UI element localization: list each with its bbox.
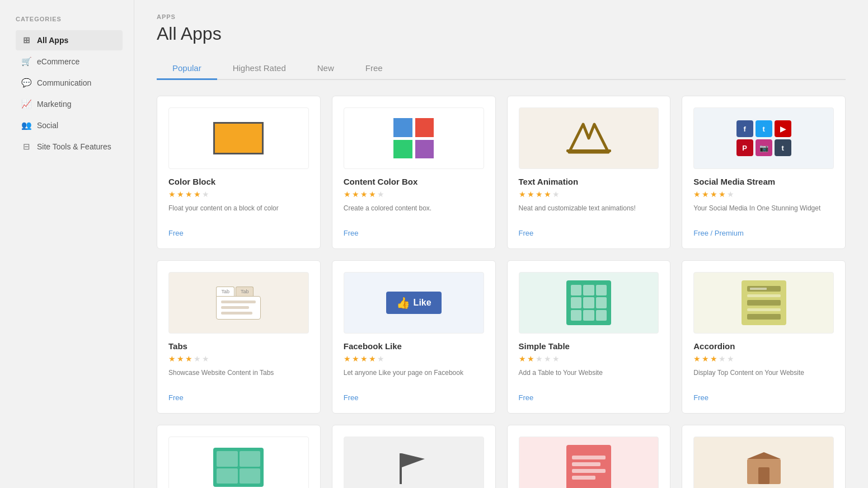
sidebar-icon-all-apps: ⊞ [21,35,31,45]
star-rating: ★★★★★ [168,190,309,199]
sidebar-nav: ⊞ All Apps 🛒 eCommerce 💬 Communication 📈… [16,30,123,157]
filled-star: ★ [702,354,709,363]
filled-star: ★ [360,190,368,199]
app-price-accordion: Free [693,393,834,402]
star-rating: ★★★★★ [168,354,309,363]
app-desc-social-media-stream: Your Social Media In One Stunning Widget [693,203,834,223]
tab-new[interactable]: New [302,58,350,80]
app-desc-content-color-box: Create a colored content box. [344,203,484,223]
filled-star: ★ [352,190,359,199]
app-card-social-media-stream[interactable]: f t ▶ P 📷 t Social Media Stream ★★★★★ Yo… [682,96,846,249]
app-card-flag[interactable]: Flag Widget ★★★★★ Show your flag or coun… [332,425,496,488]
app-desc-accordion: Display Top Content on Your Website [693,368,834,388]
app-icon-text-anim [519,107,659,169]
sidebar-label-all-apps: All Apps [37,36,68,45]
app-icon-simple-table [519,272,659,334]
app-card-wix-blog[interactable]: Wix Blog ★★★★★ Create and manage your bl… [157,425,321,488]
sidebar-item-social[interactable]: 👥 Social [16,115,123,135]
star-rating: ★★★★★ [693,190,834,199]
sidebar-item-communication[interactable]: 💬 Communication [16,73,123,93]
app-icon-box [693,437,834,488]
sidebar-item-all-apps[interactable]: ⊞ All Apps [16,30,123,50]
filled-star: ★ [352,354,359,363]
filled-star: ★ [519,190,526,199]
app-name-accordion: Accordion [693,341,834,351]
app-desc-color-block: Float your content on a block of color [168,203,309,223]
filled-star: ★ [185,190,193,199]
tab-highest-rated[interactable]: Highest Rated [217,58,302,80]
app-icon-text-list [519,437,659,488]
empty-star: ★ [202,190,209,199]
app-desc-tabs: Showcase Website Content in Tabs [168,368,309,388]
app-name-simple-table: Simple Table [519,341,659,351]
tab-free[interactable]: Free [350,58,398,80]
svg-rect-1 [566,149,611,152]
sidebar-icon-site-tools: ⊟ [21,142,31,152]
app-name-color-block: Color Block [168,177,309,186]
app-card-box-widget[interactable]: Box Widget ★★★★★ Add a stylish box to yo… [682,425,846,488]
empty-star: ★ [552,354,560,363]
filled-star: ★ [719,190,726,199]
app-icon-social-stream: f t ▶ P 📷 t [693,107,834,169]
app-card-tabs[interactable]: Tab Tab Tabs ★★★★★ Showcase Website Cont… [157,260,321,414]
app-name-tabs: Tabs [168,341,309,351]
app-card-text-animation[interactable]: Text Animation ★★★★★ Neat and customizab… [507,96,671,249]
svg-rect-5 [758,467,770,484]
star-rating: ★★★★★ [344,190,484,199]
empty-star: ★ [719,354,726,363]
empty-star: ★ [552,190,560,199]
filled-star: ★ [536,190,543,199]
app-name-facebook-like: Facebook Like [344,341,484,351]
app-card-simple-table[interactable]: Simple Table ★★★★★ Add a Table to Your W… [507,260,671,414]
filled-star: ★ [177,190,184,199]
sidebar-item-ecommerce[interactable]: 🛒 eCommerce [16,51,123,72]
sidebar-icon-ecommerce: 🛒 [21,57,31,67]
sidebar-icon-communication: 💬 [21,78,31,88]
star-rating: ★★★★★ [344,354,484,363]
empty-star: ★ [194,354,201,363]
svg-rect-2 [400,453,402,484]
filled-star: ★ [344,354,351,363]
apps-label: APPS [157,13,846,20]
app-icon-fb-like: 👍 Like [344,272,484,334]
sidebar-item-marketing[interactable]: 📈 Marketing [16,94,123,114]
svg-marker-4 [747,452,781,459]
app-name-content-color-box: Content Color Box [344,177,484,186]
app-card-text-list[interactable]: Text List ★★★★★ Display content in a lis… [507,425,671,488]
empty-star: ★ [536,354,543,363]
tab-popular[interactable]: Popular [157,58,217,80]
main-content: APPS All Apps PopularHighest RatedNewFre… [134,0,868,488]
empty-star: ★ [377,190,384,199]
categories-label: CATEGORIES [16,16,123,22]
app-price-text-animation: Free [519,229,659,237]
filled-star: ★ [710,354,717,363]
filled-star: ★ [693,190,701,199]
app-price-tabs: Free [168,393,309,402]
sidebar-label-communication: Communication [37,78,91,87]
empty-star: ★ [377,354,384,363]
app-card-accordion[interactable]: Accordion ★★★★★ Display Top Content on Y… [682,260,846,414]
filled-star: ★ [710,190,717,199]
app-desc-simple-table: Add a Table to Your Website [519,368,659,388]
app-card-content-color-box[interactable]: Content Color Box ★★★★★ Create a colored… [332,96,496,249]
filled-star: ★ [369,354,376,363]
filled-star: ★ [527,354,534,363]
app-name-text-animation: Text Animation [519,177,659,186]
sidebar-label-site-tools: Site Tools & Features [37,142,111,151]
app-icon-flag [344,437,484,488]
app-card-facebook-like[interactable]: 👍 Like Facebook Like ★★★★★ Let anyone Li… [332,260,496,414]
svg-marker-0 [569,124,608,152]
sidebar-label-social: Social [37,121,58,130]
filled-star: ★ [185,354,193,363]
sidebar-label-ecommerce: eCommerce [37,57,79,66]
star-rating: ★★★★★ [519,190,659,199]
app-card-color-block[interactable]: Color Block ★★★★★ Float your content on … [157,96,321,249]
filled-star: ★ [177,354,184,363]
sidebar-item-site-tools[interactable]: ⊟ Site Tools & Features [16,137,123,157]
empty-star: ★ [727,190,734,199]
app-desc-text-animation: Neat and customizable text animations! [519,203,659,223]
filled-star: ★ [369,190,376,199]
filled-star: ★ [519,354,526,363]
app-price-social-media-stream: Free / Premium [693,229,834,237]
app-price-facebook-like: Free [344,393,484,402]
